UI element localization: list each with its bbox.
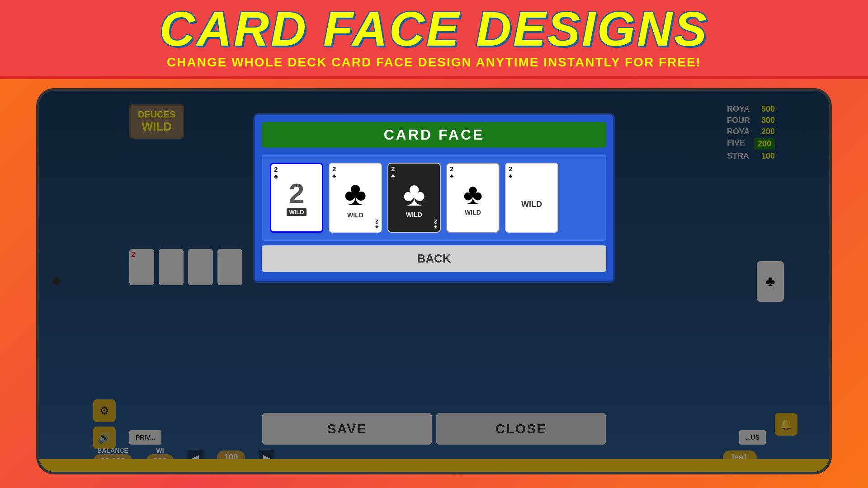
- dialog-buttons: BACK: [262, 241, 606, 274]
- subtitle: CHANGE WHOLE DECK CARD FACE DESIGN ANYTI…: [9, 55, 859, 70]
- card4-center: ♣: [463, 179, 483, 209]
- game-background: DEUCES WILD ROYA 500 FOUR 300 ROYA 200: [39, 91, 829, 472]
- card-option-1[interactable]: 2 ♣ 2 WILD: [270, 163, 323, 233]
- card3-corner-bottom: ♣ 2: [434, 218, 437, 230]
- card4-wild-label: WILD: [465, 209, 481, 216]
- game-content: DEUCES WILD ROYA 500 FOUR 300 ROYA 200: [39, 91, 829, 472]
- dialog-header: CARD FACE: [262, 122, 606, 148]
- card2-wild-label: WILD: [347, 211, 363, 219]
- dialog-title: CARD FACE: [384, 127, 485, 143]
- card2-corner-bottom: ♣ 2: [375, 218, 378, 230]
- card5-wild-label: WILD: [521, 200, 542, 209]
- dialog-body: 2 ♣ 2 WILD 2 ♣: [255, 148, 613, 281]
- card2-corner-top: 2 ♣: [332, 165, 336, 179]
- top-banner: CARD FACE DESIGNS CHANGE WHOLE DECK CARD…: [0, 0, 868, 79]
- card1-corner-top: 2 ♣: [274, 166, 278, 180]
- back-button[interactable]: BACK: [262, 245, 606, 272]
- card1-wild-label: WILD: [287, 208, 306, 216]
- card1-center: 2 WILD: [287, 179, 306, 216]
- card5-corner-top: 2 ♣: [509, 165, 513, 179]
- device-frame: DEUCES WILD ROYA 500 FOUR 300 ROYA 200: [36, 88, 832, 474]
- card-option-2[interactable]: 2 ♣ ♣ WILD ♣ 2: [329, 163, 382, 233]
- card3-wild-label: WILD: [406, 211, 422, 218]
- card4-corner-top: 2 ♣: [450, 165, 454, 179]
- card2-center: ♣: [344, 177, 366, 211]
- main-title: CARD FACE DESIGNS: [9, 5, 859, 53]
- card3-center: ♣: [403, 177, 425, 211]
- card3-corner-top: 2 ♣: [391, 165, 395, 179]
- card-option-5[interactable]: 2 ♣ WILD: [505, 163, 558, 233]
- cards-grid: 2 ♣ 2 WILD 2 ♣: [262, 155, 606, 241]
- card-option-4[interactable]: 2 ♣ ♣ WILD: [446, 163, 500, 233]
- card-face-dialog: CARD FACE 2 ♣ 2 WILD: [253, 113, 615, 283]
- card-option-3[interactable]: 2 ♣ ♣ WILD ♣ 2: [387, 163, 441, 233]
